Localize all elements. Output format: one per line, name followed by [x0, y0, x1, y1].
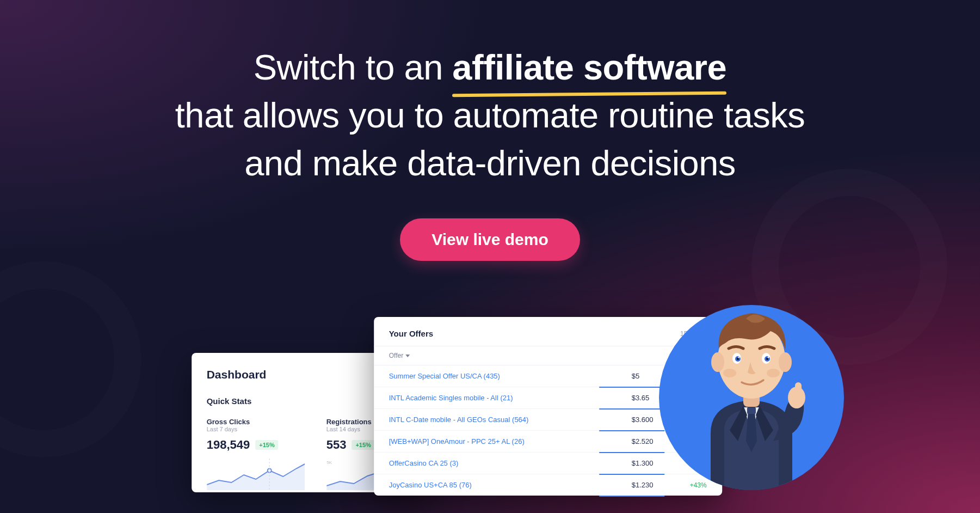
svg-point-16 [738, 357, 740, 358]
svg-point-18 [723, 369, 736, 377]
businessman-illustration [664, 305, 839, 490]
offer-link[interactable]: INTL C-Date mobile - All GEOs Casual (56… [389, 416, 625, 424]
headline: Switch to an affiliate software that all… [0, 44, 980, 187]
avatar [659, 305, 844, 490]
svg-text:5K: 5K [326, 460, 332, 465]
offer-link[interactable]: Summer Special Offer US/CA (435) [389, 372, 625, 380]
view-demo-button[interactable]: View live demo [400, 218, 580, 261]
stat-delta: +15% [352, 440, 374, 450]
offers-title: Your Offers [389, 329, 433, 338]
svg-rect-5 [795, 382, 802, 400]
stat-subtitle: Last 7 days [207, 426, 305, 432]
offer-link[interactable]: [WEB+WAP] OneAmour - PPC 25+ AL (26) [389, 437, 625, 445]
col-header-offer[interactable]: Offer [389, 352, 663, 359]
svg-point-9 [779, 352, 792, 372]
svg-point-8 [711, 352, 724, 372]
sparkline-chart [207, 459, 305, 490]
caret-down-icon [405, 355, 410, 357]
stat-title: Gross Clicks [207, 418, 305, 426]
headline-part: that allows you to automate routine task… [175, 95, 805, 135]
avatar-circle [659, 305, 844, 490]
offer-link[interactable]: OfferCasino CA 25 (3) [389, 459, 625, 467]
mockup-container: Dashboard Quick Stats Gross Clicks Last … [192, 317, 725, 513]
headline-part: and make data-driven decisions [244, 143, 736, 183]
svg-point-19 [767, 369, 780, 377]
stat-delta: +15% [255, 440, 278, 450]
svg-point-15 [766, 358, 768, 360]
offer-link[interactable]: JoyCasino US+CA 85 (76) [389, 481, 625, 489]
svg-point-17 [768, 357, 769, 358]
stat-block: Gross Clicks Last 7 days 198,549 +15% [207, 418, 305, 492]
col-header-offer-label: Offer [389, 352, 403, 359]
stat-value: 198,549 [207, 438, 250, 452]
stat-value: 553 [326, 438, 347, 452]
svg-point-14 [737, 358, 739, 360]
svg-rect-3 [747, 407, 756, 414]
offer-link[interactable]: INTL Academic Singles mobile - All (21) [389, 394, 625, 402]
headline-highlight: affiliate software [452, 44, 726, 91]
headline-part: Switch to an [254, 47, 453, 87]
bg-decoration-circle [0, 261, 141, 457]
